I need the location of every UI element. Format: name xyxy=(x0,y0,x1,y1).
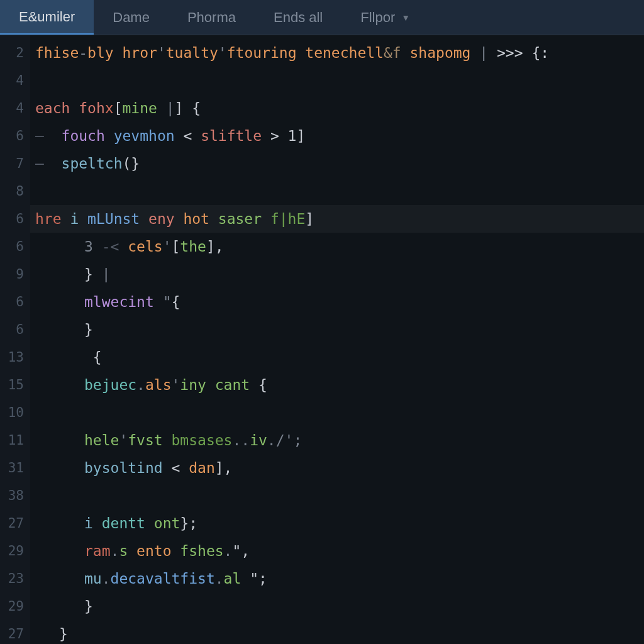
code-token: hror xyxy=(123,45,157,61)
code-token: als xyxy=(145,377,172,393)
tab-bar: E&umilerDamePhormaEnds allFllpor▼ xyxy=(0,0,644,35)
tab-label: Dame xyxy=(113,9,150,26)
code-token: fouch xyxy=(62,128,114,144)
tab-label: Fllpor xyxy=(360,9,395,26)
code-token: mlwecint xyxy=(84,294,163,310)
code-line[interactable]: hele'fvst bmsases..iv./'; xyxy=(35,426,644,454)
line-number: 6 xyxy=(0,233,30,260)
code-line[interactable]: hre i mLUnst eny hot saser f|hE] xyxy=(30,205,644,233)
code-token: ", xyxy=(232,543,250,559)
code-token: s xyxy=(119,543,136,559)
code-token: ] xyxy=(175,100,184,116)
code-token: { xyxy=(84,349,102,365)
code-token: shapomg xyxy=(410,45,480,61)
line-number: 15 xyxy=(0,371,30,399)
code-editor[interactable]: 244678669661315101131382729232927 fhise-… xyxy=(0,35,644,644)
code-line[interactable]: mlwecint "{ xyxy=(35,288,644,316)
line-number: 13 xyxy=(0,343,30,371)
line-number: 27 xyxy=(0,620,30,644)
tab-eumiler[interactable]: E&umiler xyxy=(0,0,94,35)
code-token: | xyxy=(157,100,175,116)
code-token: . xyxy=(215,570,224,587)
code-line[interactable]: } | xyxy=(35,260,644,288)
code-token: hele xyxy=(84,432,119,448)
code-line[interactable]: fhise-bly hror'tualty'ftouring tenechell… xyxy=(35,39,644,67)
code-token: ram xyxy=(84,543,111,559)
code-line[interactable]: 3 -< cels'[the], xyxy=(35,233,644,260)
code-token: - xyxy=(79,45,87,61)
code-line[interactable] xyxy=(35,67,644,94)
code-token: {: xyxy=(531,45,549,61)
code-line[interactable]: } xyxy=(35,316,644,343)
tab-phorma[interactable]: Phorma xyxy=(169,0,255,35)
code-token: bmsases xyxy=(172,432,233,448)
code-line[interactable] xyxy=(35,399,644,426)
tab-dame[interactable]: Dame xyxy=(94,0,169,35)
code-token: each xyxy=(35,100,79,116)
code-token: { xyxy=(171,294,180,310)
code-line[interactable]: { xyxy=(35,343,644,371)
code-token: ], xyxy=(215,460,233,476)
code-token: — xyxy=(35,155,62,172)
code-token: ont xyxy=(154,515,180,531)
code-token: >>> xyxy=(497,45,531,61)
code-token: [ xyxy=(172,238,180,255)
code-line[interactable]: ram.s ento fshes.", xyxy=(35,537,644,565)
code-token: ' xyxy=(157,45,166,61)
code-token: foh xyxy=(79,100,105,116)
tab-label: Phorma xyxy=(187,9,236,26)
code-token: tualty xyxy=(166,45,218,61)
code-token: 1] xyxy=(288,128,306,144)
code-line[interactable]: each fohx[mine |] { xyxy=(35,94,644,122)
code-token: .. xyxy=(232,432,250,448)
code-token: . xyxy=(267,432,276,448)
line-number: 29 xyxy=(0,592,30,620)
code-token: -< xyxy=(102,238,128,255)
code-token: { xyxy=(183,100,201,116)
tab-endsall[interactable]: Ends all xyxy=(255,0,341,35)
tab-fllpor[interactable]: Fllpor▼ xyxy=(341,0,429,35)
code-token: ' xyxy=(218,45,227,61)
line-number: 4 xyxy=(0,94,30,122)
code-token: cant xyxy=(215,377,258,393)
code-line[interactable]: bejuec.als'iny cant { xyxy=(35,371,644,399)
code-line[interactable]: mu.decavaltfist.al "; xyxy=(35,565,644,592)
code-token: ftouring xyxy=(227,45,306,61)
code-token: iv xyxy=(250,432,267,448)
code-area[interactable]: fhise-bly hror'tualty'ftouring tenechell… xyxy=(30,35,644,644)
code-token: mu xyxy=(84,570,102,587)
code-token: — xyxy=(35,128,62,144)
code-line[interactable] xyxy=(35,177,644,205)
code-token: iny xyxy=(180,377,214,393)
code-line[interactable]: — fouch yevmhon < sliftle > 1] xyxy=(35,122,644,150)
code-token: x xyxy=(105,100,114,116)
code-token: fhise xyxy=(35,45,79,61)
code-token: cels xyxy=(128,238,162,255)
code-token: } xyxy=(84,321,93,338)
code-token: } xyxy=(59,626,68,642)
line-gutter: 244678669661315101131382729232927 xyxy=(0,35,30,644)
code-line[interactable]: bysoltind < dan], xyxy=(35,454,644,482)
line-number: 10 xyxy=(0,399,30,426)
code-line[interactable]: } xyxy=(35,592,644,620)
line-number: 9 xyxy=(0,260,30,288)
code-token: fvst xyxy=(128,432,171,448)
tab-label: E&umiler xyxy=(19,9,75,25)
code-token: ] xyxy=(305,211,314,227)
code-line[interactable]: i dentt ont}; xyxy=(35,509,644,537)
code-line[interactable]: } xyxy=(35,620,644,644)
code-token: ], xyxy=(206,238,224,255)
line-number: 31 xyxy=(0,454,30,482)
code-line[interactable] xyxy=(35,482,644,509)
code-token: eny xyxy=(148,211,183,227)
line-number: 6 xyxy=(0,288,30,316)
line-number: 6 xyxy=(0,122,30,150)
code-token: | xyxy=(479,45,497,61)
line-number: 29 xyxy=(0,537,30,565)
line-number: 7 xyxy=(0,150,30,177)
code-token: saser xyxy=(218,211,270,227)
line-number: 6 xyxy=(0,316,30,343)
code-token: > xyxy=(270,128,288,144)
code-token: &f xyxy=(384,45,410,61)
code-line[interactable]: — speltch(} xyxy=(35,150,644,177)
